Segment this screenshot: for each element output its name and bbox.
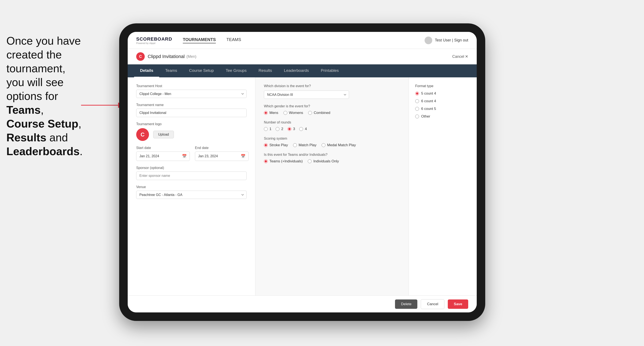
cancel-button[interactable]: Cancel: [421, 299, 444, 309]
gender-mens[interactable]: Mens: [264, 111, 278, 115]
venue-group: Venue Peachtree GC - Atlanta - GA: [136, 185, 247, 199]
teams-section: Is this event for Teams and/or Individua…: [264, 153, 400, 164]
end-date-calendar-icon: 📅: [241, 154, 246, 159]
scoring-stroke-play[interactable]: Stroke Play: [264, 143, 288, 147]
scoring-radio-group: Stroke Play Match Play Medal Match Play: [264, 143, 400, 147]
top-navigation: SCOREBOARD Powered by clippd TOURNAMENTS…: [128, 32, 477, 49]
gender-mens-radio[interactable]: [264, 111, 268, 115]
start-date-input-wrap[interactable]: 📅: [136, 152, 190, 161]
scoring-medal-match-play-radio[interactable]: [322, 143, 326, 147]
format-6count4-radio[interactable]: [415, 99, 419, 103]
tournament-logo-group: Tournament logo C Upload: [136, 122, 247, 141]
tab-printables[interactable]: Printables: [315, 64, 345, 77]
sponsor-input[interactable]: [136, 172, 247, 180]
sponsor-group: Sponsor (optional): [136, 166, 247, 180]
gender-combined[interactable]: Combined: [308, 111, 330, 115]
division-select[interactable]: NCAA Division III: [264, 91, 349, 99]
rounds-1-radio[interactable]: [264, 127, 268, 131]
teams-radio-group: Teams (+Individuals) Individuals Only: [264, 159, 400, 164]
rounds-3[interactable]: 3: [288, 127, 295, 131]
format-5count4-radio[interactable]: [415, 92, 419, 95]
main-content: Tournament Host Clippd College - Men Tou…: [128, 77, 477, 295]
user-avatar: [424, 36, 432, 44]
nav-teams[interactable]: TEAMS: [226, 37, 241, 43]
individuals-only-radio[interactable]: [308, 160, 312, 163]
sponsor-label: Sponsor (optional): [136, 166, 247, 170]
date-row: Start date 📅 End date 📅: [136, 146, 247, 161]
end-date-input-wrap[interactable]: 📅: [195, 152, 248, 161]
save-button[interactable]: Save: [448, 300, 468, 309]
tournament-name-label: Tournament name: [136, 103, 247, 107]
format-other-radio[interactable]: [415, 115, 419, 118]
tab-course-setup[interactable]: Course Setup: [183, 64, 220, 77]
tournament-header: C Clippd Invitational (Men) Cancel ✕: [128, 49, 477, 64]
cancel-top-button[interactable]: Cancel ✕: [452, 54, 468, 59]
scoring-match-play-radio[interactable]: [293, 143, 297, 147]
middle-panel: Which division is the event for? NCAA Di…: [256, 77, 408, 295]
format-5count4[interactable]: 5 count 4: [415, 91, 470, 96]
rounds-4-radio[interactable]: [299, 127, 303, 131]
rounds-radio-group: 1 2 3 4: [264, 127, 400, 131]
tournament-logo-label: Tournament logo: [136, 122, 247, 126]
rounds-2[interactable]: 2: [276, 127, 283, 131]
individuals-only[interactable]: Individuals Only: [308, 159, 339, 164]
tab-tee-groups[interactable]: Tee Groups: [220, 64, 252, 77]
format-other[interactable]: Other: [415, 114, 470, 119]
instruction-text: Once you have created the tournament, yo…: [0, 30, 98, 163]
rounds-3-radio[interactable]: [288, 127, 291, 131]
nav-links: TOURNAMENTS TEAMS: [183, 37, 424, 43]
rounds-2-radio[interactable]: [276, 127, 280, 131]
top-nav-right: Test User | Sign out: [424, 36, 468, 44]
gender-womens[interactable]: Womens: [284, 111, 303, 115]
gender-womens-radio[interactable]: [284, 111, 287, 115]
logo-sub: Powered by clippd: [136, 42, 172, 44]
delete-button[interactable]: Delete: [395, 300, 417, 309]
scoring-stroke-play-radio[interactable]: [264, 143, 268, 147]
start-date-calendar-icon: 📅: [182, 154, 187, 159]
division-section: Which division is the event for? NCAA Di…: [264, 84, 400, 99]
scoring-label: Scoring system: [264, 137, 400, 141]
gender-radio-group: Mens Womens Combined: [264, 111, 400, 115]
tab-teams[interactable]: Teams: [159, 64, 183, 77]
division-label: Which division is the event for?: [264, 84, 400, 88]
tournament-title: Clippd Invitational: [148, 54, 185, 59]
rounds-4[interactable]: 4: [299, 127, 307, 131]
scoring-section: Scoring system Stroke Play Match Play Me…: [264, 137, 400, 147]
logo-text: SCOREBOARD: [136, 36, 172, 42]
rounds-1[interactable]: 1: [264, 127, 271, 131]
tournament-name-input[interactable]: [136, 109, 247, 117]
tablet-screen: SCOREBOARD Powered by clippd TOURNAMENTS…: [128, 32, 477, 312]
bottom-action-bar: Delete Cancel Save: [128, 295, 477, 312]
tournament-host-group: Tournament Host Clippd College - Men: [136, 84, 247, 98]
scoring-medal-match-play[interactable]: Medal Match Play: [322, 143, 356, 147]
teams-label: Is this event for Teams and/or Individua…: [264, 153, 400, 157]
start-date-input[interactable]: [140, 154, 182, 158]
tab-results[interactable]: Results: [252, 64, 278, 77]
teams-plus-individuals-radio[interactable]: [264, 160, 268, 163]
scoring-match-play[interactable]: Match Play: [293, 143, 316, 147]
gender-section: Which gender is the event for? Mens Wome…: [264, 104, 400, 115]
venue-select[interactable]: Peachtree GC - Atlanta - GA: [136, 191, 247, 199]
user-sign-out[interactable]: Test User | Sign out: [435, 38, 468, 42]
tab-leaderboards[interactable]: Leaderboards: [278, 64, 315, 77]
tournament-name-group: Tournament name: [136, 103, 247, 117]
nav-tournaments[interactable]: TOURNAMENTS: [183, 37, 216, 43]
teams-plus-individuals[interactable]: Teams (+Individuals): [264, 159, 303, 164]
end-date-group: End date 📅: [195, 146, 248, 161]
format-6count4[interactable]: 6 count 4: [415, 99, 470, 103]
start-date-label: Start date: [136, 146, 190, 150]
format-6count5-radio[interactable]: [415, 107, 419, 111]
logo-circle: C: [136, 128, 149, 141]
right-panel: Format type 5 count 4 6 count 4 6 count …: [408, 77, 477, 295]
end-date-input[interactable]: [198, 154, 241, 158]
tournament-host-select[interactable]: Clippd College - Men: [136, 90, 247, 98]
tournament-icon: C: [136, 52, 145, 61]
gender-label: Which gender is the event for?: [264, 104, 400, 108]
upload-button[interactable]: Upload: [153, 131, 174, 138]
format-6count5[interactable]: 6 count 5: [415, 107, 470, 111]
tournament-gender-tag: (Men): [186, 54, 196, 59]
gender-combined-radio[interactable]: [308, 111, 312, 115]
tab-details[interactable]: Details: [134, 64, 159, 77]
venue-label: Venue: [136, 185, 247, 189]
end-date-label: End date: [195, 146, 248, 150]
